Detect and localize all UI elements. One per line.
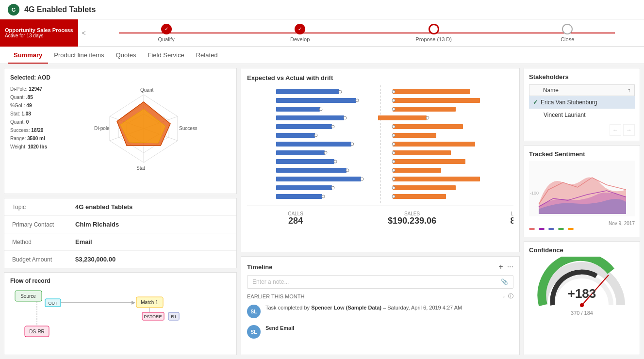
process-chevron[interactable]: < <box>78 29 90 37</box>
stat-quant2: Quant: 0 <box>10 118 51 126</box>
svg-text:284: 284 <box>288 216 303 224</box>
svg-rect-41 <box>276 115 344 120</box>
legend-item-3 <box>548 228 554 230</box>
chart-card: Expected vs Actual with drift <box>241 68 520 252</box>
tab-quotes[interactable]: Quotes <box>110 48 142 64</box>
svg-point-42 <box>344 116 347 119</box>
svg-rect-51 <box>393 133 436 138</box>
svg-text:88/196: 88/196 <box>510 216 513 224</box>
timeline-input-row: Enter a note... 📎 <box>247 275 513 289</box>
flow-title: Flow of record <box>10 277 231 284</box>
process-steps: ✓ Qualify ✓ Develop Propose (13 D) Close <box>90 24 644 42</box>
process-step-close[interactable]: Close <box>500 24 634 42</box>
step-circle-propose <box>429 24 439 34</box>
chart-area: CALLS 284 SALES $190,239.06 LOST/WON 88/… <box>247 85 513 226</box>
info-row-topic: Topic 4G enabled Tablets <box>4 198 236 216</box>
svg-point-34 <box>356 99 359 102</box>
svg-rect-75 <box>393 185 456 190</box>
step-label-propose: Propose (13 D) <box>415 36 452 42</box>
svg-point-36 <box>392 99 395 102</box>
tab-summary[interactable]: Summary <box>8 48 48 64</box>
process-bar: Opportunity Sales Process Active for 13 … <box>0 19 644 47</box>
stakeholders-title: Stakeholders <box>529 73 635 81</box>
svg-rect-65 <box>276 168 347 173</box>
process-step-develop[interactable]: ✓ Develop <box>233 24 367 42</box>
timeline-card: Timeline + ··· Enter a note... 📎 EARLIER… <box>241 256 520 355</box>
timeline-add-button[interactable]: + <box>498 262 503 271</box>
svg-point-64 <box>392 160 395 163</box>
svg-point-30 <box>339 90 342 93</box>
process-step-propose[interactable]: Propose (13 D) <box>367 24 501 42</box>
stakeholder-nav: ← → <box>529 124 635 136</box>
process-step-qualify[interactable]: ✓ Qualify <box>99 24 233 42</box>
stat-stat: Stat: 1.08 <box>10 110 51 118</box>
svg-rect-73 <box>276 185 332 190</box>
attachment-icon[interactable]: 📎 <box>501 278 508 285</box>
svg-text:R1: R1 <box>171 314 177 319</box>
legend-item-4 <box>558 228 564 230</box>
svg-text:+183: +183 <box>568 286 596 301</box>
radar-content: Di-Pole: 12947 Quant: .85 %GoL: 49 Stat:… <box>10 85 231 172</box>
avatar-sl: SL <box>247 305 261 318</box>
timeline-placeholder[interactable]: Enter a note... <box>252 278 501 285</box>
stat-weight: Weight: 1020 lbs <box>10 143 51 151</box>
info-card: Topic 4G enabled Tablets Primary Contact… <box>4 198 237 268</box>
svg-text:PSTORE: PSTORE <box>144 314 162 319</box>
stat-dipole: Di-Pole: 12947 <box>10 85 51 93</box>
value-method: Email <box>75 238 92 245</box>
svg-text:Success: Success <box>179 126 197 131</box>
event-text-1: Task completed by Spencer Low (Sample Da… <box>265 305 462 310</box>
timeline-more-button[interactable]: ··· <box>507 262 513 271</box>
tab-field-service[interactable]: Field Service <box>142 48 190 64</box>
legend-dot-2 <box>539 228 545 230</box>
svg-point-91 <box>580 303 584 307</box>
stakeholders-card: Stakeholders Name ↑ ✓ Erica Van Stubenbu… <box>524 68 640 141</box>
svg-rect-39 <box>393 107 456 112</box>
svg-rect-29 <box>276 89 339 94</box>
legend-item-1 <box>529 228 535 230</box>
sentiment-title: Tracked Sentiment <box>529 150 635 158</box>
step-circle-qualify: ✓ <box>161 24 172 34</box>
timeline-section-label: EARLIER THIS MONTH ↓ ⓘ <box>247 293 513 300</box>
value-budget: $3,230,000.00 <box>75 256 116 263</box>
stakeholder-item-erica[interactable]: ✓ Erica Van Stubenburg <box>529 96 635 109</box>
sort-down-icon[interactable]: ↓ <box>503 293 506 300</box>
check-icon-erica: ✓ <box>533 99 538 106</box>
column-name-label: Name <box>543 87 626 94</box>
value-topic: 4G enabled Tablets <box>75 203 132 211</box>
stakeholder-name-vincent: Vincent Lauriant <box>544 112 586 118</box>
svg-point-40 <box>392 108 395 111</box>
svg-text:-100: -100 <box>530 191 539 196</box>
svg-rect-53 <box>276 142 351 147</box>
label-budget: Budget Amount <box>12 256 75 263</box>
svg-point-66 <box>346 169 349 172</box>
svg-rect-69 <box>276 177 361 181</box>
flow-diagram: Source OUT Match 1 PSTORE R1 <box>10 288 231 346</box>
timeline-actions: + ··· <box>498 262 513 271</box>
stakeholder-header[interactable]: Name ↑ <box>529 84 635 96</box>
svg-marker-17 <box>132 301 135 305</box>
info-icon[interactable]: ⓘ <box>508 293 513 300</box>
sort-icon[interactable]: ↑ <box>627 87 630 94</box>
svg-point-60 <box>392 151 395 154</box>
stakeholder-next-button[interactable]: → <box>623 124 635 136</box>
svg-point-58 <box>324 151 327 154</box>
step-label-close: Close <box>561 36 574 42</box>
legend-dot-3 <box>548 228 554 230</box>
svg-rect-31 <box>393 89 470 94</box>
svg-rect-35 <box>393 98 480 103</box>
tab-product-line-items[interactable]: Product line items <box>48 48 110 64</box>
step-circle-close <box>562 24 573 34</box>
svg-rect-71 <box>393 177 480 181</box>
selected-label: Selected: AOD <box>10 74 231 81</box>
stage-sub: Active for 13 days <box>5 33 73 38</box>
sentiment-date: Nov 9, 2017 <box>529 221 635 226</box>
sentiment-chart: -100 <box>529 161 635 219</box>
label-method: Method <box>12 239 75 245</box>
stakeholder-prev-button[interactable]: ← <box>610 124 621 136</box>
stakeholder-item-vincent[interactable]: Vincent Lauriant <box>529 109 635 121</box>
tab-related[interactable]: Related <box>190 48 224 64</box>
svg-rect-57 <box>276 150 325 155</box>
stat-success: Success: 18/20 <box>10 126 51 134</box>
timeline-header: Timeline + ··· <box>247 262 513 271</box>
